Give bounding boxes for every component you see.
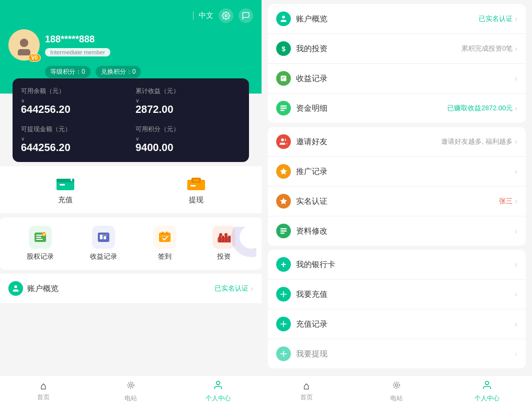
svg-rect-23 xyxy=(160,236,169,237)
promo-record-label: 推广记录 xyxy=(296,167,510,177)
income-label: 收益记录 xyxy=(90,252,117,261)
menu-item-income-record[interactable]: 收益记录 › xyxy=(268,64,526,94)
balance-withdrawable: 可提现金额（元） ∨ 644256.20 xyxy=(21,125,126,154)
ao-status: 已实名认证 xyxy=(214,284,248,293)
quick-nav-checkin[interactable]: 签到 xyxy=(153,226,176,261)
svg-marker-44 xyxy=(280,198,287,204)
balance-cumulative: 累计收益（元） ∨ 2872.00 xyxy=(135,87,241,115)
invite-right: 邀请好友越多, 福利越多 › xyxy=(441,137,517,146)
svg-point-31 xyxy=(235,227,256,253)
svg-point-35 xyxy=(216,381,220,385)
right-station-icon xyxy=(391,380,402,393)
my-investment-right: 累积完成投资0笔 › xyxy=(461,44,517,53)
menu-item-invite[interactable]: 邀请好友 邀请好友越多, 福利越多 › xyxy=(268,127,526,157)
quick-nav-equity[interactable]: 股权记录 xyxy=(27,226,54,261)
svg-point-43 xyxy=(281,138,284,141)
available-value: 644256.20 xyxy=(21,103,71,115)
left-nav-profile[interactable]: 个人中心 xyxy=(174,380,262,403)
fund-detail-icon xyxy=(276,101,291,115)
right-nav-home[interactable]: ⌂ 首页 xyxy=(262,380,352,403)
withdraw-icon xyxy=(276,346,291,361)
right-home-label: 首页 xyxy=(300,393,313,402)
station-icon xyxy=(126,380,136,393)
username: 188*****888 xyxy=(45,34,110,45)
points-row: 等级积分：0 兑换积分：0 xyxy=(45,66,253,78)
profile-edit-icon xyxy=(276,224,291,238)
svg-rect-42 xyxy=(280,110,285,111)
svg-point-32 xyxy=(14,285,17,288)
right-nav-station[interactable]: 电站 xyxy=(352,380,442,403)
nav-decoration xyxy=(225,227,256,260)
left-panel: 中文 V0 188*****888 Intermediate m xyxy=(0,0,262,405)
recharge-label: 充值 xyxy=(58,195,73,205)
account-overview-label: 账户概览 xyxy=(296,14,473,24)
svg-point-49 xyxy=(394,382,400,388)
message-icon[interactable] xyxy=(239,8,253,23)
account-overview-icon xyxy=(276,11,291,26)
menu-item-bank-card[interactable]: + 我的银行卡 › xyxy=(268,250,526,280)
recharge-right: › xyxy=(515,290,517,298)
action-row: 充值 提现 xyxy=(0,166,262,213)
promo-record-icon xyxy=(276,164,291,179)
svg-point-1 xyxy=(20,39,28,47)
menu-item-fund-detail[interactable]: 资金明细 已赚取收益2872.00元 › xyxy=(268,94,526,123)
income-record-right: › xyxy=(515,74,517,83)
bank-card-icon: + xyxy=(276,257,291,272)
menu-item-withdraw-money[interactable]: 我要提现 › xyxy=(268,339,526,368)
member-badge: Intermediate member xyxy=(45,48,110,56)
available-label: 可用余额（元） xyxy=(21,87,65,96)
menu-card-2: 邀请好友 邀请好友越多, 福利越多 › 推广记录 › 实名认证 xyxy=(268,127,526,246)
menu-item-recharge[interactable]: 我要充值 › xyxy=(268,280,526,309)
cumulative-value: 2872.00 xyxy=(135,103,173,115)
account-overview-row[interactable]: 账户概览 已实名认证 › xyxy=(0,274,262,303)
exchange-points: 兑换积分：0 xyxy=(96,66,141,78)
svg-point-50 xyxy=(485,381,489,385)
level-points: 等级积分：0 xyxy=(45,66,90,78)
right-station-label: 电站 xyxy=(390,394,403,403)
svg-rect-25 xyxy=(219,236,221,242)
svg-rect-46 xyxy=(280,230,287,232)
ao-icon xyxy=(8,281,23,296)
quick-nav: 股权记录 收益记录 xyxy=(0,217,262,270)
svg-rect-14 xyxy=(36,239,43,240)
income-record-label: 收益记录 xyxy=(296,74,510,84)
lang-text: 中文 xyxy=(199,11,213,20)
real-name-label: 实名认证 xyxy=(296,196,494,206)
left-nav-station[interactable]: 电站 xyxy=(87,380,175,403)
avatar-badge: V0 xyxy=(28,54,41,62)
withdraw-button[interactable]: 提现 xyxy=(131,175,262,205)
ao-right: 已实名认证 › xyxy=(214,284,253,293)
svg-point-34 xyxy=(128,382,134,388)
recharge-icon xyxy=(276,287,291,302)
svg-rect-2 xyxy=(18,49,30,55)
svg-point-48 xyxy=(395,384,398,387)
svg-rect-45 xyxy=(280,228,287,229)
menu-item-promo-record[interactable]: 推广记录 › xyxy=(268,157,526,187)
withdraw-money-right: › xyxy=(515,350,517,358)
svg-rect-18 xyxy=(104,236,106,239)
svg-rect-13 xyxy=(36,237,41,238)
profile-edit-right: › xyxy=(515,227,517,235)
menu-item-account-overview[interactable]: 账户概览 已实名认证 › xyxy=(268,4,526,34)
menu-item-profile-edit[interactable]: 资料修改 › xyxy=(268,216,526,246)
menu-item-my-investment[interactable]: $ 我的投资 累积完成投资0笔 › xyxy=(268,34,526,64)
quick-nav-income[interactable]: 收益记录 xyxy=(90,226,117,261)
svg-rect-21 xyxy=(162,232,163,234)
real-name-icon xyxy=(276,194,291,209)
right-nav-profile[interactable]: 个人中心 xyxy=(442,380,532,403)
fund-detail-right: 已赚取收益2872.00元 › xyxy=(447,103,517,113)
station-label: 电站 xyxy=(124,394,137,403)
balance-available: 可用余额（元） ∨ 644256.20 xyxy=(21,87,126,115)
settings-icon[interactable] xyxy=(219,8,233,23)
menu-item-recharge-record[interactable]: 充值记录 › xyxy=(268,309,526,339)
svg-point-33 xyxy=(130,384,132,387)
withdrawable-label: 可提现金额（元） xyxy=(21,125,71,134)
recharge-record-label: 充值记录 xyxy=(296,319,510,329)
right-content: 账户概览 已实名认证 › $ 我的投资 累积完成投资0笔 › 收益记录 xyxy=(262,0,532,375)
my-investment-label: 我的投资 xyxy=(296,44,456,54)
recharge-button[interactable]: 充值 xyxy=(0,175,131,205)
left-nav-home[interactable]: ⌂ 首页 xyxy=(0,380,87,403)
menu-item-real-name[interactable]: 实名认证 张三 › xyxy=(268,187,526,216)
home-label: 首页 xyxy=(37,393,50,402)
svg-rect-41 xyxy=(280,108,287,109)
